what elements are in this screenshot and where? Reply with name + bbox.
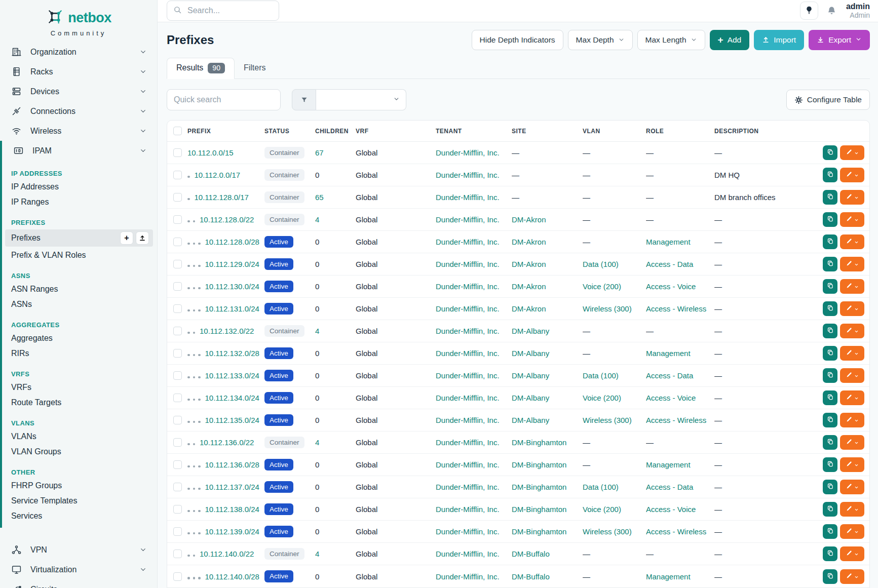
sidebar-item-service-templates[interactable]: Service Templates <box>2 493 157 508</box>
row-checkbox[interactable] <box>173 483 182 491</box>
prefix-link[interactable]: 10.112.133.0/24 <box>205 371 259 380</box>
edit-split-button[interactable] <box>840 168 864 182</box>
sidebar-item-aggregates[interactable]: Aggregates <box>2 331 157 346</box>
prefix-link[interactable]: 10.112.0.0/17 <box>195 171 241 179</box>
copy-button[interactable] <box>823 234 837 249</box>
sidebar-item-ip-ranges[interactable]: IP Ranges <box>2 194 157 210</box>
sidebar-item-virtualization[interactable]: Virtualization <box>0 560 157 579</box>
row-checkbox[interactable] <box>173 394 182 402</box>
row-checkbox[interactable] <box>173 550 182 558</box>
edit-split-button[interactable] <box>840 212 864 227</box>
edit-split-button[interactable] <box>840 346 864 361</box>
row-checkbox[interactable] <box>173 282 182 291</box>
sidebar-item-route-targets[interactable]: Route Targets <box>2 395 157 410</box>
copy-button[interactable] <box>823 524 837 539</box>
edit-split-button[interactable] <box>840 502 864 517</box>
edit-split-button[interactable] <box>840 234 864 249</box>
netbox-logo[interactable]: netbox Community <box>0 0 157 42</box>
tab-results[interactable]: Results 90 <box>167 58 235 80</box>
sidebar-item-fhrp-groups[interactable]: FHRP Groups <box>2 478 157 493</box>
column-header-vrf[interactable]: VRF <box>356 128 436 135</box>
prefix-link[interactable]: 10.112.134.0/24 <box>205 394 259 402</box>
sidebar-item-ipam[interactable]: IPAM <box>2 141 157 161</box>
row-checkbox[interactable] <box>173 371 182 380</box>
edit-split-button[interactable] <box>840 279 864 294</box>
sidebar-item-organization[interactable]: Organization <box>0 42 157 62</box>
copy-button[interactable] <box>823 212 837 227</box>
theme-toggle-button[interactable] <box>800 2 818 20</box>
sidebar-item-racks[interactable]: Racks <box>0 62 157 82</box>
row-checkbox[interactable] <box>173 148 182 157</box>
prefix-link[interactable]: 10.112.137.0/24 <box>205 483 259 491</box>
quick-search-input[interactable] <box>167 89 281 110</box>
edit-split-button[interactable] <box>840 457 864 472</box>
prefix-link[interactable]: 10.112.128.0/22 <box>200 215 254 224</box>
copy-button[interactable] <box>823 480 837 494</box>
prefix-link[interactable]: 10.112.132.0/22 <box>200 327 254 335</box>
edit-split-button[interactable] <box>840 480 864 494</box>
sidebar-item-ip-addresses[interactable]: IP Addresses <box>2 179 157 194</box>
prefix-link[interactable]: 10.112.0.0/15 <box>187 148 234 157</box>
prefix-link[interactable]: 10.112.138.0/24 <box>205 505 259 514</box>
sidebar-item-vrfs[interactable]: VRFs <box>2 380 157 395</box>
prefix-link[interactable]: 10.112.140.0/22 <box>200 550 254 558</box>
sidebar-item-vlans[interactable]: VLANs <box>2 429 157 444</box>
row-checkbox[interactable] <box>173 460 182 469</box>
edit-split-button[interactable] <box>840 324 864 338</box>
max-depth-dropdown[interactable]: Max Depth <box>568 30 633 50</box>
row-checkbox[interactable] <box>173 327 182 335</box>
edit-split-button[interactable] <box>840 257 864 271</box>
max-length-dropdown[interactable]: Max Length <box>637 30 705 50</box>
column-header-site[interactable]: SITE <box>512 128 583 135</box>
sidebar-item-connections[interactable]: Connections <box>0 101 157 121</box>
prefix-link[interactable]: 10.112.128.0/28 <box>205 238 259 246</box>
copy-button[interactable] <box>823 546 837 561</box>
column-header-role[interactable]: ROLE <box>646 128 714 135</box>
edit-split-button[interactable] <box>840 145 864 160</box>
edit-split-button[interactable] <box>840 301 864 316</box>
row-checkbox[interactable] <box>173 215 182 224</box>
prefix-link[interactable]: 10.112.131.0/24 <box>205 304 259 313</box>
edit-split-button[interactable] <box>840 524 864 539</box>
sidebar-item-asns[interactable]: ASNs <box>2 297 157 312</box>
copy-button[interactable] <box>823 279 837 294</box>
prefix-link[interactable]: 10.112.132.0/28 <box>205 349 259 358</box>
select-all-checkbox[interactable] <box>173 127 182 135</box>
sidebar-item-asn-ranges[interactable]: ASN Ranges <box>2 282 157 297</box>
sidebar-item-wireless[interactable]: Wireless <box>0 121 157 141</box>
export-dropdown[interactable]: Export <box>809 30 870 50</box>
edit-split-button[interactable] <box>840 390 864 405</box>
copy-button[interactable] <box>823 457 837 472</box>
row-checkbox[interactable] <box>173 505 182 514</box>
prefix-link[interactable]: 10.112.129.0/24 <box>205 260 259 268</box>
sidebar-item-rirs[interactable]: RIRs <box>2 346 157 361</box>
row-checkbox[interactable] <box>173 193 182 202</box>
column-header-prefix[interactable]: PREFIX <box>187 128 264 135</box>
saved-filter-select[interactable] <box>292 89 406 110</box>
copy-button[interactable] <box>823 145 837 160</box>
prefix-link[interactable]: 10.112.135.0/24 <box>205 416 259 424</box>
column-header-vlan[interactable]: VLAN <box>583 128 646 135</box>
sidebar-item-circuits[interactable]: Circuits <box>0 579 157 588</box>
sidebar-item-prefixes[interactable]: Prefixes+ <box>5 229 153 247</box>
edit-split-button[interactable] <box>840 546 864 561</box>
sidebar-item-services[interactable]: Services <box>2 508 157 524</box>
row-checkbox[interactable] <box>173 171 182 179</box>
copy-button[interactable] <box>823 190 837 205</box>
row-checkbox[interactable] <box>173 238 182 246</box>
column-header-children[interactable]: CHILDREN <box>315 128 356 135</box>
hide-depth-indicators-button[interactable]: Hide Depth Indicators <box>472 30 563 50</box>
prefix-link[interactable]: 10.112.130.0/24 <box>205 282 259 291</box>
copy-button[interactable] <box>823 502 837 517</box>
copy-button[interactable] <box>823 346 837 361</box>
copy-button[interactable] <box>823 257 837 271</box>
sidebar-item-vlan-groups[interactable]: VLAN Groups <box>2 444 157 459</box>
copy-button[interactable] <box>823 368 837 383</box>
prefix-link[interactable]: 10.112.136.0/28 <box>205 460 259 469</box>
row-checkbox[interactable] <box>173 527 182 536</box>
edit-split-button[interactable] <box>840 413 864 427</box>
copy-button[interactable] <box>823 435 837 450</box>
configure-table-button[interactable]: Configure Table <box>786 90 870 110</box>
add-button[interactable]: + Add <box>710 30 750 50</box>
copy-button[interactable] <box>823 569 837 584</box>
